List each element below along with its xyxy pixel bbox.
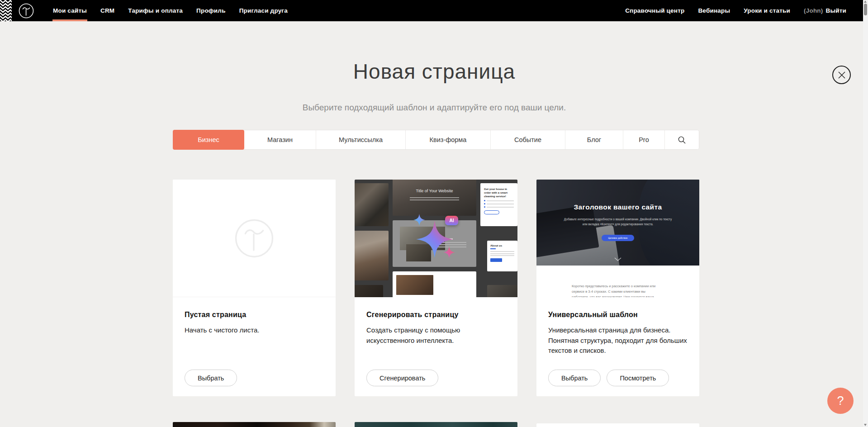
tab-business-label: Бизнес [198,136,219,143]
card-title: Универсальный шаблон [548,311,688,319]
template-card-blank[interactable]: Пустая страница Начать с чистого листа. … [173,180,336,396]
ai-badge: AI [445,216,458,225]
tab-multilink[interactable]: Мультиссылка [316,130,406,149]
tilda-watermark-icon [233,217,275,260]
preview-universal-button[interactable]: Посмотреть [607,370,669,386]
page-subtitle: Выберите подходящий шаблон и адаптируйте… [171,103,697,113]
template-card-partial-2[interactable] [355,422,517,427]
tab-store-label: Магазин [267,136,293,143]
nav-profile[interactable]: Профиль [190,0,232,21]
tab-event[interactable]: Событие [491,130,565,149]
tab-quiz-form[interactable]: Квиз-форма [406,130,491,149]
nav-invite-friend-label: Пригласи друга [239,7,288,14]
blank-template-preview [173,180,336,297]
template-card-universal[interactable]: Заголовок вашего сайта Добавьте интересн… [536,180,699,396]
template-hero-section: Заголовок вашего сайта Добавьте интересн… [536,180,699,266]
template-card-partial-1[interactable] [173,422,336,427]
template-grid-row2 [173,422,699,427]
nav-my-sites-label: Мои сайты [53,7,87,14]
template-card-partial-3[interactable] [536,423,699,427]
card-body: Сгенерировать страницу Создать страницу … [355,297,517,396]
template-hero-subtitle: Добавьте интересные подробности о вашей … [561,217,674,227]
nav-logout-label: Выйти [826,7,847,14]
mock-about-heading: About us [490,244,514,247]
secondary-menu: Справочный центр Вебинары Уроки и статьи… [618,0,863,21]
collage-card-cleaning: Get your house in order with a smart cle… [480,183,517,226]
search-icon [678,136,686,144]
collage-photo-livingroom [355,231,389,280]
nav-pricing[interactable]: Тарифы и оплата [121,0,190,21]
nav-username: (John) [804,7,823,14]
nav-invite-friend[interactable]: Пригласи друга [232,0,294,21]
template-cta-button: Целевое действие [602,235,634,241]
tab-search[interactable] [665,130,699,149]
nav-webinars[interactable]: Вебинары [691,0,737,21]
vertical-scrollbar[interactable] [863,0,868,427]
card-description: Универсальная страница для бизнеса. Поня… [548,325,688,356]
generate-button[interactable]: Сгенерировать [366,370,438,386]
close-button[interactable] [832,66,851,84]
template-text-section: Коротко представьтесь и расскажите о ком… [536,266,699,297]
sparkle-small-pink-icon [443,247,455,258]
choose-universal-button[interactable]: Выбрать [548,370,601,386]
collage-hero-mock: Title of Your Website [393,180,476,216]
tab-quiz-form-label: Квиз-форма [430,136,467,143]
tab-blog-label: Блог [587,136,601,143]
collage-photo-small-left [355,285,383,297]
tab-multilink-label: Мультиссылка [339,136,383,143]
card-description: Начать с чистого листа. [185,325,324,336]
collage-photo-small-right [487,285,517,297]
nav-crm-label: CRM [100,7,114,14]
nav-pricing-label: Тарифы и оплата [128,7,183,14]
nav-my-sites[interactable]: Мои сайты [46,0,94,21]
scrollbar-thumb[interactable] [864,4,867,15]
scrollbar-up-arrow[interactable] [864,0,867,3]
card-title: Сгенерировать страницу [366,311,506,319]
template-category-tabs: Бизнес Магазин Мультиссылка Квиз-форма С… [173,130,699,150]
nav-help-center-label: Справочный центр [625,7,684,14]
tilda-logo[interactable] [18,0,34,21]
zigzag-pattern-icon [0,0,12,21]
ai-template-preview: Title of Your Website Get your house in … [355,180,517,297]
universal-template-preview: Заголовок вашего сайта Добавьте интересн… [536,180,699,297]
main-menu: Мои сайты CRM Тарифы и оплата Профиль Пр… [46,0,294,21]
tilda-logo-icon [18,3,34,19]
app-window: Мои сайты CRM Тарифы и оплата Профиль Пр… [0,0,868,427]
template-body-text: Коротко представьтесь и расскажите о ком… [572,284,661,297]
tab-blog[interactable]: Блог [565,130,623,149]
nav-webinars-label: Вебинары [698,7,730,14]
template-card-ai-generate[interactable]: Title of Your Website Get your house in … [355,180,517,396]
nav-lessons[interactable]: Уроки и статьи [737,0,797,21]
tab-store[interactable]: Магазин [244,130,316,149]
collage-photo-desk [355,183,389,226]
template-hero-title: Заголовок вашего сайта [536,203,699,211]
mock-site-title: Title of Your Website [393,189,476,193]
tab-pro-label: Pro [639,136,649,143]
nav-logout[interactable]: (John) Выйти [797,0,853,21]
chevron-down-icon [614,257,621,261]
choose-blank-button[interactable]: Выбрать [185,370,237,386]
nav-lessons-label: Уроки и статьи [744,7,790,14]
tab-event-label: Событие [514,136,541,143]
scrollbar-down-arrow[interactable] [864,424,867,426]
nav-crm[interactable]: CRM [94,0,121,21]
card-description: Создать страницу с помощью искусственног… [366,325,506,346]
new-page-dialog: Новая страница Выберите подходящий шабло… [0,21,868,427]
nav-help-center[interactable]: Справочный центр [618,0,691,21]
help-button[interactable]: ? [827,388,854,414]
page-title: Новая страница [171,59,697,84]
mock-cleaning-heading: Get your house in order with a smart cle… [484,187,514,198]
template-grid: Пустая страница Начать с чистого листа. … [173,180,699,396]
nav-profile-label: Профиль [196,7,226,14]
collage-card-about: About us [487,241,517,271]
tab-pro[interactable]: Pro [623,130,665,149]
card-title: Пустая страница [185,311,324,319]
close-icon [838,71,846,79]
top-navigation-bar: Мои сайты CRM Тарифы и оплата Профиль Пр… [0,0,863,21]
tab-business[interactable]: Бизнес [173,130,244,150]
card-body: Универсальный шаблон Универсальная стран… [536,297,699,396]
card-body: Пустая страница Начать с чистого листа. … [173,297,336,396]
collage-card-photos [393,271,476,297]
